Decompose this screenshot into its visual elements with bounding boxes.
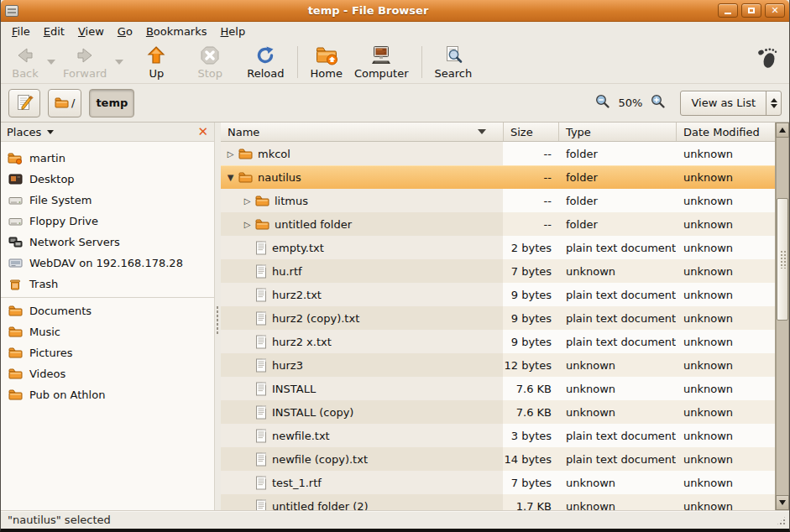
- menu-bookmarks[interactable]: Bookmarks: [139, 23, 214, 40]
- forward-history-dropdown[interactable]: [112, 43, 125, 81]
- sidebar-item-pub-on-athlon[interactable]: Pub on Athlon: [1, 384, 214, 405]
- search-icon: [442, 44, 464, 66]
- sidebar-item-label: Network Servers: [29, 236, 120, 248]
- sidebar-item-martin[interactable]: martin: [1, 148, 214, 169]
- row-untitled-folder-2[interactable]: untitled folder (2) 1.7 KB unknown unkno…: [221, 494, 775, 510]
- text-file-icon: [255, 499, 267, 511]
- sidebar-item-documents[interactable]: Documents: [1, 300, 214, 321]
- row-hurz2-x-txt[interactable]: hurz2 x.txt 9 bytes plain text document …: [221, 330, 775, 353]
- menu-view[interactable]: View: [71, 23, 111, 40]
- file-date-modified: unknown: [676, 165, 775, 189]
- file-size: 14 bytes: [503, 447, 558, 471]
- row-nautilus[interactable]: ▼ nautilus -- folder unknown: [221, 165, 775, 189]
- scroll-up-button[interactable]: [776, 123, 789, 138]
- expander-collapsed-icon[interactable]: ▷: [224, 149, 237, 159]
- file-date-modified: unknown: [676, 212, 775, 236]
- vertical-scrollbar[interactable]: [775, 123, 789, 510]
- scrollbar-trough[interactable]: [776, 138, 789, 495]
- file-date-modified: unknown: [676, 471, 775, 494]
- sidebar-item-music[interactable]: Music: [1, 321, 214, 342]
- row-empty-txt[interactable]: empty.txt 2 bytes plain text document un…: [221, 236, 775, 259]
- reload-button[interactable]: Reload: [241, 43, 290, 81]
- column-header-type[interactable]: Type: [558, 123, 676, 141]
- resize-grip[interactable]: [776, 515, 787, 526]
- file-date-modified: unknown: [676, 330, 775, 353]
- sidebar-item-trash[interactable]: Trash: [1, 274, 214, 295]
- scrollbar-thumb[interactable]: [777, 198, 788, 321]
- view-mode-stepper[interactable]: [766, 91, 781, 115]
- window-icon: [5, 5, 18, 17]
- row-hu-rtf[interactable]: hu.rtf 7 bytes unknown unknown: [221, 259, 775, 283]
- sidebar-item-desktop[interactable]: Desktop: [1, 169, 214, 190]
- edit-location-button[interactable]: [8, 89, 40, 117]
- reload-icon: [255, 44, 275, 66]
- row-newfile-copy-txt[interactable]: newfile (copy).txt 14 bytes plain text d…: [221, 447, 775, 471]
- file-browser-window: temp - File Browser ✕ File Edit View Go …: [0, 0, 790, 532]
- root-path-button[interactable]: /: [48, 89, 81, 117]
- back-history-dropdown[interactable]: [44, 43, 57, 81]
- folder-icon: [8, 347, 23, 358]
- titlebar[interactable]: temp - File Browser ✕: [1, 0, 789, 22]
- column-header-name[interactable]: Name: [221, 123, 503, 141]
- expander-collapsed-icon[interactable]: ▷: [241, 196, 254, 206]
- sidebar-close-button[interactable]: ✕: [197, 126, 208, 138]
- row-hurz3[interactable]: hurz3 12 bytes unknown unknown: [221, 353, 775, 377]
- column-header-size[interactable]: Size: [503, 123, 558, 141]
- row-test-1-rtf[interactable]: test_1.rtf 7 bytes unknown unknown: [221, 471, 775, 494]
- expander-collapsed-icon[interactable]: ▷: [241, 220, 254, 229]
- scroll-down-button[interactable]: [776, 495, 789, 510]
- file-type: unknown: [558, 353, 676, 377]
- maximize-button[interactable]: [741, 3, 761, 18]
- view-mode-select[interactable]: View as List: [680, 91, 782, 116]
- stop-button[interactable]: Stop: [191, 43, 229, 81]
- close-button[interactable]: ✕: [765, 3, 785, 18]
- sidebar-item-label: Music: [29, 326, 60, 338]
- drive-icon: [8, 196, 23, 206]
- sidebar-item-file-system[interactable]: File System: [1, 190, 214, 211]
- up-button[interactable]: Up: [137, 43, 175, 81]
- column-header-date-modified[interactable]: Date Modified: [676, 123, 775, 141]
- sidebar-item-label: File System: [29, 194, 92, 206]
- expander-expanded-icon[interactable]: ▼: [224, 173, 237, 182]
- row-install-copy[interactable]: INSTALL (copy) 7.6 KB unknown unknown: [221, 400, 775, 424]
- current-folder-button[interactable]: temp: [89, 89, 134, 117]
- file-size: --: [503, 165, 558, 189]
- row-newfile-txt[interactable]: newfile.txt 3 bytes plain text document …: [221, 424, 775, 447]
- sidebar-pane-selector[interactable]: Places: [7, 126, 197, 138]
- row-hurz2-copy-txt[interactable]: hurz2 (copy).txt 9 bytes plain text docu…: [221, 306, 775, 330]
- menu-edit[interactable]: Edit: [37, 23, 71, 40]
- zoom-in-button[interactable]: [651, 94, 666, 112]
- row-hurz2-txt[interactable]: hurz2.txt 9 bytes plain text document un…: [221, 283, 775, 306]
- row-mkcol[interactable]: ▷ mkcol -- folder unknown: [221, 142, 775, 165]
- file-type: unknown: [558, 494, 676, 510]
- file-type: plain text document: [558, 330, 676, 353]
- home-button[interactable]: Home: [305, 43, 348, 81]
- minimize-button[interactable]: [718, 3, 738, 18]
- minimize-icon: [725, 13, 731, 14]
- file-rows: ▷ mkcol -- folder unknown ▼ nautilus -- …: [221, 142, 775, 510]
- menu-help[interactable]: Help: [214, 23, 253, 40]
- sidebar-item-network-servers[interactable]: Network Servers: [1, 232, 214, 253]
- sidebar-item-floppy-drive[interactable]: Floppy Drive: [1, 211, 214, 232]
- forward-button[interactable]: Forward: [57, 43, 112, 81]
- row-install[interactable]: INSTALL 7.6 KB unknown unknown: [221, 377, 775, 400]
- sidebar-item-webdav-on-192-168-178-28[interactable]: WebDAV on 192.168.178.28: [1, 253, 214, 274]
- menu-go[interactable]: Go: [111, 23, 139, 40]
- file-name: hurz3: [272, 359, 303, 372]
- row-litmus[interactable]: ▷ litmus -- folder unknown: [221, 189, 775, 212]
- back-button[interactable]: Back: [6, 43, 44, 81]
- text-file-icon: [255, 429, 267, 443]
- pane-splitter[interactable]: [215, 123, 221, 510]
- sidebar-item-pictures[interactable]: Pictures: [1, 342, 214, 363]
- file-date-modified: unknown: [676, 447, 775, 471]
- zoom-out-button[interactable]: [595, 94, 610, 112]
- folder-icon: [8, 389, 23, 400]
- sidebar-item-videos[interactable]: Videos: [1, 363, 214, 384]
- file-date-modified: unknown: [676, 283, 775, 306]
- file-size: 2 bytes: [503, 236, 558, 259]
- computer-button[interactable]: Computer: [348, 43, 415, 81]
- location-bar: / temp 50%: [1, 84, 789, 123]
- menu-file[interactable]: File: [5, 23, 37, 40]
- row-untitled-folder[interactable]: ▷ untitled folder -- folder unknown: [221, 212, 775, 236]
- search-button[interactable]: Search: [429, 43, 479, 81]
